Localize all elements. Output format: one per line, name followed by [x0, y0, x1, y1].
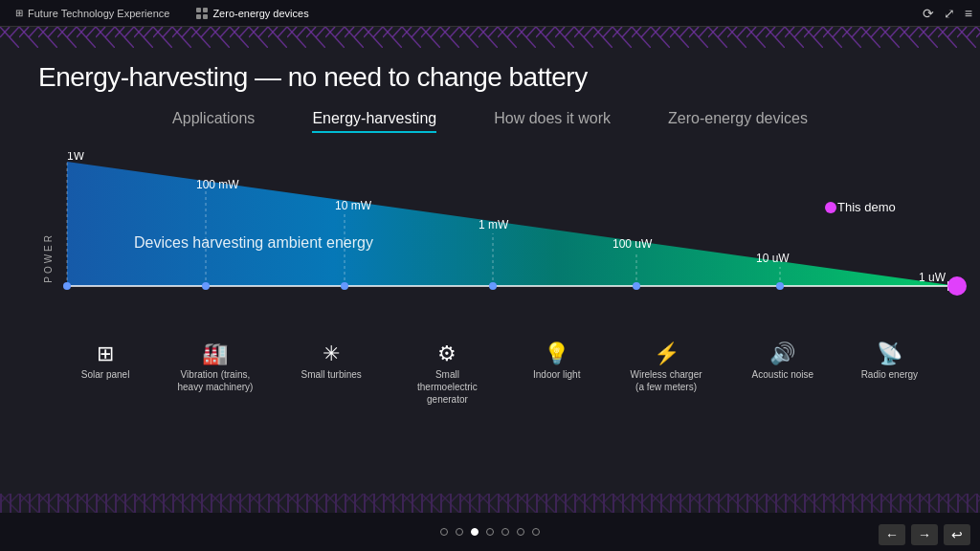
icon-turbines: ✳ Small turbines	[301, 343, 362, 381]
main-content: Energy-harvesting — no need to change ba…	[0, 48, 980, 513]
menu-icon[interactable]: ≡	[965, 6, 972, 21]
solar-panel-label: Solar panel	[81, 368, 130, 381]
bottom-nav: ← → ↩	[879, 524, 970, 545]
indoor-light-icon: 💡	[544, 343, 569, 364]
icon-wireless-charger: ⚡ Wireless charger (a few meters)	[628, 343, 704, 393]
power-label-text: POWER	[43, 232, 54, 283]
radio-energy-icon: 📡	[877, 343, 902, 364]
thermoelectric-icon: ⚙	[437, 343, 457, 364]
svg-point-19	[489, 282, 497, 290]
tab-label-future: Future Technology Experience	[28, 8, 169, 19]
refresh-icon[interactable]: ⟳	[923, 6, 934, 21]
svg-text:Devices harvesting ambient ene: Devices harvesting ambient energy	[134, 234, 373, 251]
fullscreen-icon[interactable]: ⤢	[944, 6, 955, 21]
svg-point-16	[341, 282, 348, 290]
chart-svg-container: 1W 100 mW 10 mW 1 mW 100	[57, 152, 942, 353]
tab-energy-harvesting[interactable]: Energy-harvesting	[312, 110, 436, 133]
tab-zero-energy-devices[interactable]: Zero-energy devices	[668, 110, 808, 133]
icon-acoustic-noise: 🔊 Acoustic noise	[752, 343, 813, 381]
svg-text:100 uW: 100 uW	[612, 237, 653, 251]
bottom-bar	[0, 513, 980, 551]
slide-title: Energy-harvesting — no need to change ba…	[38, 62, 942, 93]
svg-point-13	[202, 282, 210, 290]
svg-rect-4	[0, 27, 980, 48]
top-bar: ⊞ Future Technology Experience Zero-ener…	[0, 0, 980, 27]
slide-dot-3[interactable]	[486, 528, 494, 536]
svg-text:1W: 1W	[67, 152, 85, 163]
wireless-charger-icon: ⚡	[654, 343, 679, 364]
slide-dot-5[interactable]	[517, 528, 524, 536]
slide-dot-0[interactable]	[440, 528, 448, 536]
svg-rect-35	[0, 494, 980, 513]
svg-text:10 uW: 10 uW	[756, 252, 790, 265]
icon-indoor-light: 💡 Indoor light	[533, 343, 580, 381]
tab-how-does-it-work[interactable]: How does it work	[494, 110, 611, 133]
icon-vibration: 🏭 Vibration (trains, heavy machinery)	[177, 343, 254, 393]
acoustic-noise-label: Acoustic noise	[752, 368, 813, 381]
icons-row: ⊞ Solar panel 🏭 Vibration (trains, heavy…	[57, 343, 942, 406]
wireless-charger-label: Wireless charger (a few meters)	[628, 368, 704, 393]
svg-text:10 mW: 10 mW	[335, 199, 372, 212]
solar-panel-icon: ⊞	[97, 343, 114, 364]
tab-label-zero: Zero-energy devices	[212, 8, 308, 19]
tab-zero-energy[interactable]: Zero-energy devices	[189, 6, 316, 21]
thermoelectric-label: Small thermoelectric generator	[409, 368, 485, 406]
bottom-pattern-border	[0, 494, 980, 513]
svg-text:This demo: This demo	[837, 200, 896, 214]
slide-dot-6[interactable]	[532, 528, 540, 536]
prev-button[interactable]: ←	[879, 524, 905, 545]
slide-dot-1[interactable]	[456, 528, 463, 536]
tab-grid-icon	[196, 8, 208, 19]
svg-point-22	[633, 282, 640, 290]
slide-dot-2[interactable]	[471, 528, 479, 536]
chart-area: POWER	[38, 152, 942, 401]
nav-tabs: Applications Energy-harvesting How does …	[38, 110, 942, 133]
turbine-icon: ✳	[323, 343, 340, 364]
top-bar-left: ⊞ Future Technology Experience Zero-ener…	[8, 6, 317, 21]
top-pattern-border	[0, 27, 980, 48]
svg-point-28	[947, 276, 967, 296]
tab-applications[interactable]: Applications	[172, 110, 255, 133]
icon-radio-energy: 📡 Radio energy	[861, 343, 918, 381]
icon-solar-panel: ⊞ Solar panel	[81, 343, 130, 381]
vibration-icon: 🏭	[202, 343, 228, 364]
top-bar-right: ⟳ ⤢ ≡	[923, 6, 972, 21]
tab-future-tech[interactable]: ⊞ Future Technology Experience	[8, 6, 177, 21]
svg-point-25	[776, 282, 784, 290]
acoustic-noise-icon: 🔊	[769, 343, 795, 364]
next-button[interactable]: →	[911, 524, 938, 545]
screen: ⊞ Future Technology Experience Zero-ener…	[0, 0, 980, 551]
back-button[interactable]: ↩	[944, 524, 970, 545]
svg-text:1 mW: 1 mW	[479, 218, 509, 231]
power-axis-label: POWER	[43, 171, 54, 343]
slide-dot-4[interactable]	[501, 528, 509, 536]
vibration-label: Vibration (trains, heavy machinery)	[177, 368, 254, 393]
radio-energy-label: Radio energy	[861, 368, 918, 381]
icon-thermoelectric: ⚙ Small thermoelectric generator	[409, 343, 485, 406]
svg-point-30	[825, 202, 836, 213]
turbine-label: Small turbines	[301, 368, 362, 381]
svg-point-10	[63, 282, 71, 290]
tab-icon-future: ⊞	[15, 8, 23, 18]
indoor-light-label: Indoor light	[533, 368, 580, 381]
svg-text:100 mW: 100 mW	[196, 178, 239, 191]
svg-text:1 uW: 1 uW	[919, 271, 947, 284]
